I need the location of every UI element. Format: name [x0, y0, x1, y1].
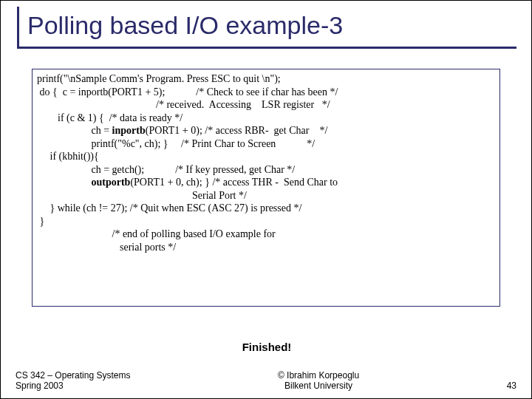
- code-line: } while (ch != 27); /* Quit when ESC (AS…: [37, 202, 495, 215]
- course-label: CS 342 – Operating Systems: [16, 370, 130, 381]
- code-line: Serial Port */: [37, 189, 495, 202]
- footer: CS 342 – Operating Systems Spring 2003 ©…: [16, 370, 516, 391]
- term-label: Spring 2003: [16, 381, 130, 391]
- code-line: outportb(PORT1 + 0, ch); } /* access THR…: [37, 176, 495, 189]
- code-line: if (c & 1) { /* data is ready */: [37, 112, 495, 125]
- footer-center: © Ibrahim Korpeoglu Bilkent University: [278, 370, 359, 391]
- finished-label: Finished!: [1, 341, 532, 353]
- code-line: do { c = inportb(PORT1 + 5); /* Check to…: [37, 86, 495, 99]
- slide-title: Polling based I/O example-3: [27, 11, 343, 40]
- footer-left: CS 342 – Operating Systems Spring 2003: [16, 370, 130, 391]
- code-line: serial ports */: [37, 241, 495, 254]
- code-span: (PORT1 + 0); /* access RBR- get Char */: [146, 125, 328, 136]
- title-accent-left: [17, 7, 19, 48]
- slide: Polling based I/O example-3 printf("\nSa…: [0, 0, 532, 399]
- code-keyword: inportb: [112, 125, 146, 136]
- institution-label: Bilkent University: [278, 381, 359, 391]
- title-underline: [17, 47, 516, 49]
- code-line: /* end of polling based I/O example for: [37, 228, 495, 241]
- copyright-label: © Ibrahim Korpeoglu: [278, 370, 359, 381]
- code-span: [37, 177, 92, 188]
- code-line: printf("\nSample Comm's Program. Press E…: [37, 72, 495, 86]
- code-line: printf("%c", ch); } /* Print Char to Scr…: [37, 137, 495, 151]
- page-number: 43: [507, 381, 516, 391]
- code-line: /* received. Accessing LSR register */: [37, 98, 495, 112]
- code-line: }: [37, 215, 495, 228]
- code-block: printf("\nSample Comm's Program. Press E…: [32, 69, 500, 307]
- code-keyword: outportb: [92, 177, 131, 188]
- code-line: if (kbhit()){: [37, 150, 495, 163]
- code-line: ch = inportb(PORT1 + 0); /* access RBR- …: [37, 124, 495, 137]
- code-line: ch = getch(); /* If key pressed, get Cha…: [37, 163, 495, 177]
- code-span: ch =: [37, 125, 112, 136]
- code-span: (PORT1 + 0, ch); } /* access THR - Send …: [130, 177, 338, 188]
